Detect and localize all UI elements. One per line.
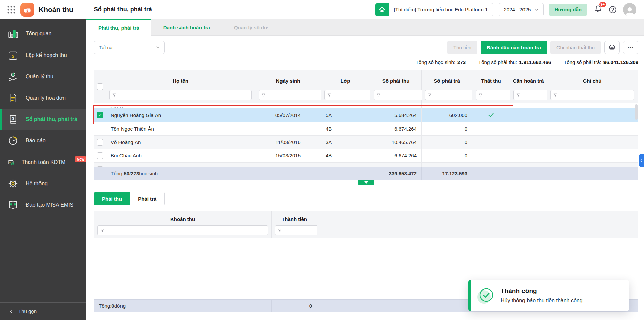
success-toast: Thành công Hủy thông báo thu tiền thành … [468,280,629,311]
chevron-left-icon [640,159,643,162]
bar-chart-icon [8,28,18,39]
cell-dob: 05/07/2014 [255,108,321,122]
col-header-khoan-thu: Khoản thu [94,211,272,225]
row-checkbox-checked[interactable] [97,112,103,118]
tab-quan-ly-so-du[interactable]: Quản lý số dư [222,19,280,36]
sidebar-item-he-thong[interactable]: Hệ thống [0,173,86,194]
khoan-thu-logo-icon: $ [20,3,34,17]
detail-tab-phai-tra[interactable]: Phải trả [130,192,164,205]
record-loss-button[interactable]: Ghi nhận thất thu [550,41,601,54]
cell-loss [472,136,510,149]
notifications-button[interactable]: 9+ [594,4,603,15]
table-row[interactable]: Bùi Châu Anh 15/03/2015 4B 6.674.264 0 [94,149,638,163]
sidebar-item-thanh-toan-kdtm[interactable]: Thanh toán KDTM New [0,151,86,173]
detail-tabs: Phải thu Phải trả [94,192,165,205]
cell-receivable: 10.465.764 [370,136,422,149]
cell-loss [472,122,510,135]
filter-name-input[interactable] [109,90,252,100]
select-all-checkbox[interactable] [97,83,103,90]
sidebar-item-quan-ly-hoa-don[interactable]: Quản lý hóa đơn [0,87,86,109]
footer-receivable-total: 339.658.472 [370,167,422,180]
page-title: Sổ phải thu, phải trả [94,6,152,13]
svg-text:$: $ [12,54,14,59]
tab-phai-thu-phai-tra[interactable]: Phải thu, phải trả [86,19,151,36]
detail-footer-total: 0 [272,300,317,312]
toast-title: Thành công [501,287,583,295]
avatar[interactable] [623,3,636,16]
app-grid-icon[interactable] [6,5,16,15]
ledger-icon: $ [8,114,18,125]
table-row[interactable]: Nguyễn Hoàng Gia Ân 05/07/2014 5A 5.684.… [94,108,638,122]
funnel-icon [428,93,432,97]
sidebar-item-so-phai-thu-phai-tra[interactable]: $ Sổ phải thu, phải trả [0,109,86,130]
cell-class: 3A [321,136,370,149]
print-button[interactable] [604,41,620,54]
help-button[interactable] [608,5,617,14]
question-icon [608,5,617,14]
gear-icon [8,178,18,189]
cell-loss [472,108,510,122]
row-checkbox[interactable] [97,139,103,146]
collect-money-button[interactable]: Thu tiền [447,41,477,54]
sidebar-item-dao-tao-misa-emis[interactable]: Đào tạo MISA EMIS [0,194,86,216]
funnel-icon [262,93,265,97]
cell-class: 4B [321,122,370,135]
footer-payable-total: 17.123.593 [422,167,472,180]
students-table: Họ tên Ngày sinh Lớp Số phải thu Số phải… [94,70,638,180]
guide-button[interactable]: Hướng dẫn [549,4,587,16]
table-row-clipped: ▪▪▪ ▪ [94,163,638,167]
tab-danh-sach-hoan-tra[interactable]: Danh sách hoàn trả [151,19,222,36]
sidebar-item-tong-quan[interactable]: Tổng quan [0,23,86,44]
main-content: Phải thu, phải trả Danh sách hoàn trả Qu… [86,19,644,320]
detail-footer-count: Tổng: 0 dòng [94,300,272,312]
cell-payable: 0 [422,136,472,149]
cell-refund [510,149,547,162]
check-icon [488,112,494,118]
table-scrollbar[interactable] [635,104,638,120]
top-bar: $ Khoản thu Sổ phải thu, phải trả [Thí đ… [0,0,644,19]
summary-totals: Tổng số học sinh:273 Tổng số phải thu:1.… [94,59,638,65]
cell-dob [255,122,321,135]
app-title: Khoản thu [38,6,73,14]
table-row[interactable]: Võ Hoàng Ân 11/03/2016 3A 10.465.764 0 [94,136,638,149]
total-students: Tổng số học sinh:273 [416,59,466,65]
row-checkbox[interactable] [97,126,103,132]
app-window: $ Khoản thu Sổ phải thu, phải trả [Thí đ… [0,0,644,320]
filter-note-input[interactable] [550,90,634,100]
sidebar-item-bao-cao[interactable]: Báo cáo [0,130,86,151]
table-row[interactable]: Tôn Ngọc Thiên Ân 4B 6.674.264 0 [94,122,638,136]
sidebar-item-quan-ly-thu[interactable]: $ Quản lý thu [0,66,86,87]
row-checkbox[interactable] [97,152,103,159]
svg-text:$: $ [26,9,28,12]
funnel-icon [327,93,331,97]
sidebar-item-label: Quản lý hóa đơn [26,95,66,101]
right-panel-handle[interactable] [639,154,644,167]
school-selector-value: [Thí điểm] Trường tiểu học Edu Platform … [389,7,493,12]
sidebar-item-label: Sổ phải thu, phải trả [26,116,77,122]
students-table-header: Họ tên Ngày sinh Lớp Số phải thu Số phải… [94,70,638,103]
col-header-loss: Thất thu [472,70,510,89]
cell-class: 4B [321,149,370,162]
ellipsis-icon: ••• [628,45,634,50]
col-header-name: Họ tên [106,70,255,89]
mark-refund-button[interactable]: Đánh dấu cần hoàn trả [481,41,547,54]
chevron-left-icon [9,309,14,314]
cell-dob: 11/03/2016 [255,136,321,149]
school-year-selector[interactable]: 2024 - 2025 [499,3,544,16]
funnel-icon [112,93,116,97]
sidebar-item-lap-ke-hoach-thu[interactable]: $ Lập kế hoạch thu [0,44,86,66]
total-receivable: Tổng số phải thu:1.911.662.466 [478,59,551,65]
sidebar-collapse-button[interactable]: Thu gọn [0,302,86,320]
more-actions-button[interactable]: ••• [623,41,638,54]
school-selector[interactable]: [Thí điểm] Trường tiểu học Edu Platform … [375,3,494,16]
filter-khoan-thu-input[interactable] [97,225,268,235]
students-table-footer: Tổng: 50/273 học sinh 339.658.472 17.123… [94,167,638,180]
filter-dropdown[interactable]: Tất cả [94,41,165,54]
cell-payable: 602.000 [422,108,472,122]
cell-payable: 0 [422,122,472,135]
detail-tab-phai-thu[interactable]: Phải thu [94,192,130,205]
cell-dob: 15/03/2015 [255,149,321,162]
sidebar-item-label: Quản lý thu [26,74,53,80]
expand-detail-button[interactable] [358,179,374,185]
cell-name: Nguyễn Hoàng Gia Ân [106,108,255,122]
